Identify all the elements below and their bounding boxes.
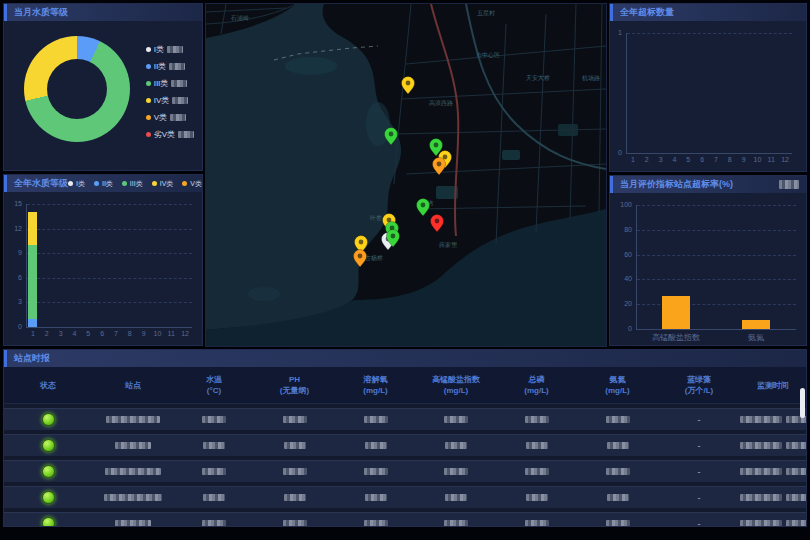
bar — [742, 320, 770, 329]
y-tick-label: 9 — [4, 249, 22, 256]
bar — [662, 296, 690, 329]
table-body: ----- — [4, 408, 806, 527]
algae-value: - — [698, 493, 701, 503]
city-map[interactable]: 石浦岭五星村市中心区天安大桥机场路高浪西路叶春青屿薛家里古杨桥 — [206, 4, 606, 346]
panel-title: 当月水质等级 — [14, 4, 68, 21]
panel-map[interactable]: 石浦岭五星村市中心区天安大桥机场路高浪西路叶春青屿薛家里古杨桥 — [205, 3, 607, 347]
column-header: 溶解氧(mg/L) — [335, 374, 416, 396]
legend-dot-icon — [152, 181, 157, 186]
map-place-label: 石浦岭 — [230, 14, 249, 22]
panel-title-bar: 全年水质等级 I类II类III类IV类V类劣V类 — [4, 175, 202, 192]
timestamp-redacted — [786, 442, 807, 449]
column-header: 监测时间 — [740, 380, 806, 391]
panel-action-button[interactable] — [779, 180, 799, 189]
table-cell — [254, 468, 335, 475]
value-redacted — [607, 442, 629, 449]
value-redacted — [284, 442, 306, 449]
column-header: 状态 — [4, 380, 92, 391]
table-cell — [92, 416, 174, 423]
table-row[interactable]: - — [4, 434, 806, 456]
y-axis-line — [26, 204, 27, 327]
legend-dot-icon — [146, 132, 151, 137]
y-tick-label: 100 — [610, 201, 632, 208]
legend-item[interactable]: II类 — [94, 175, 113, 192]
panel-annual-exceed: 全年超标数量 01123456789101112 — [609, 3, 807, 172]
legend-dot-icon — [68, 181, 73, 186]
table-cell — [496, 416, 577, 423]
legend-item[interactable]: I类 — [68, 175, 85, 192]
table-cell — [254, 416, 335, 423]
status-ok-icon — [42, 491, 55, 504]
value-redacted — [525, 416, 549, 423]
value-redacted — [526, 494, 548, 501]
value-redacted — [525, 468, 549, 475]
panel-title: 全年水质等级 — [14, 175, 68, 192]
table-cell — [496, 442, 577, 449]
algae-value: - — [698, 519, 701, 528]
timestamp-redacted — [740, 442, 782, 449]
map-place-label: 高浪西路 — [429, 99, 453, 107]
legend-dot-icon — [94, 181, 99, 186]
y-tick-label: 1 — [610, 29, 622, 36]
legend-item[interactable]: III类 — [146, 78, 194, 89]
panel-monthly-grade: 当月水质等级 I类II类III类IV类V类劣V类 — [3, 3, 203, 171]
column-header: 总磷(mg/L) — [496, 374, 577, 396]
value-redacted — [606, 520, 630, 527]
water-quality-dashboard: 当月水质等级 I类II类III类IV类V类劣V类 全年水质等级 I类II类III… — [0, 0, 810, 540]
table-row[interactable]: - — [4, 408, 806, 430]
legend-item[interactable]: 劣V类 — [146, 129, 194, 140]
legend-item[interactable]: III类 — [122, 175, 143, 192]
timestamp-redacted — [786, 520, 807, 527]
timestamp-redacted — [740, 520, 782, 527]
table-cell — [4, 517, 92, 527]
bar-segment — [28, 319, 37, 327]
table-cell — [92, 442, 174, 449]
value-redacted — [364, 468, 388, 475]
timestamp-redacted — [740, 468, 782, 475]
map-park — [502, 150, 520, 160]
value-redacted — [607, 494, 629, 501]
table-cell: - — [658, 441, 740, 451]
bar-segment — [28, 212, 37, 245]
panel-title-bar: 当月水质等级 — [4, 4, 202, 21]
column-header: 氨氮(mg/L) — [577, 374, 658, 396]
station-name-redacted — [106, 416, 160, 423]
value-redacted — [202, 468, 226, 475]
station-name-redacted — [105, 468, 161, 475]
donut-legend: I类II类III类IV类V类劣V类 — [146, 44, 194, 140]
bar-segment — [28, 245, 37, 319]
table-cell — [174, 494, 254, 501]
x-tick-label: 12 — [751, 156, 807, 163]
table-scrollbar[interactable] — [800, 388, 805, 418]
table-cell — [577, 442, 658, 449]
y-tick-label: 0 — [610, 325, 632, 332]
legend-value-redacted — [167, 46, 183, 53]
value-redacted — [445, 442, 467, 449]
legend-item[interactable]: IV类 — [152, 175, 174, 192]
table-cell — [416, 416, 496, 423]
legend-item[interactable]: IV类 — [146, 95, 194, 106]
legend-item[interactable]: V类 — [182, 175, 202, 192]
legend-dot-icon — [146, 98, 151, 103]
value-redacted — [364, 520, 388, 527]
table-row[interactable]: - — [4, 512, 806, 527]
legend-item[interactable]: I类 — [146, 44, 194, 55]
column-header: 蓝绿藻(万个/L) — [658, 374, 740, 396]
table-cell — [416, 442, 496, 449]
legend-label: V类 — [154, 112, 167, 123]
gridline — [637, 304, 796, 305]
gridline — [27, 253, 192, 254]
value-redacted — [202, 520, 226, 527]
legend-item[interactable]: V类 — [146, 112, 194, 123]
value-redacted — [202, 416, 226, 423]
gridline — [637, 279, 796, 280]
value-redacted — [444, 468, 468, 475]
x-axis-line — [636, 329, 796, 330]
table-row[interactable]: - — [4, 486, 806, 508]
table-row[interactable]: - — [4, 460, 806, 482]
legend-item[interactable]: II类 — [146, 61, 194, 72]
map-shallow-water — [366, 102, 390, 146]
table-cell — [335, 468, 416, 475]
station-name-redacted — [115, 520, 151, 527]
table-cell — [254, 494, 335, 501]
